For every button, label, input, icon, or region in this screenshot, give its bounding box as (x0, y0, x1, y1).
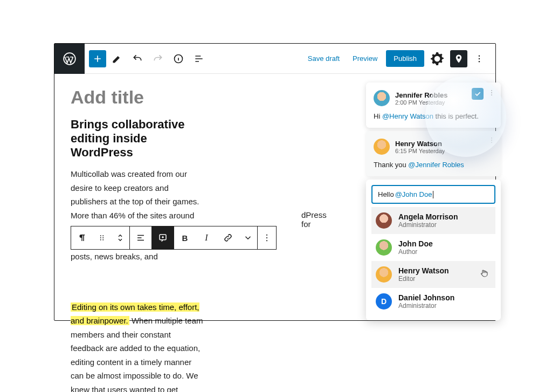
svg-point-8 (100, 237, 101, 238)
settings-icon[interactable] (429, 50, 446, 67)
edit-mode-button[interactable] (107, 49, 127, 68)
svg-point-13 (266, 235, 267, 236)
block-toolbar: B I (71, 226, 277, 250)
editor-topbar: Save draft Preview Publish (54, 44, 495, 74)
undo-button[interactable] (128, 49, 147, 68)
svg-point-21 (491, 142, 492, 143)
comment-body: Thank you @Jennifer Robles (374, 160, 493, 170)
move-up-down-icon[interactable] (111, 226, 129, 249)
mention-option[interactable]: John Doe Author (371, 234, 495, 261)
mention-link[interactable]: @Henry Watson (382, 112, 433, 120)
svg-point-11 (102, 239, 104, 240)
svg-point-2 (458, 56, 460, 59)
comment-thread-root[interactable]: Jennifer Robles 2:00 PM Yesterday Hi @He… (366, 82, 501, 128)
more-rich-text-icon[interactable] (239, 226, 257, 249)
reply-text: Hello (378, 190, 394, 198)
reply-composer: Hello @John Doe Angela Morrison Administ… (366, 180, 501, 320)
drag-handle-icon[interactable] (93, 226, 111, 249)
mention-option[interactable]: Henry Watson Editor (371, 261, 495, 288)
svg-point-6 (100, 235, 101, 236)
paragraph-1-tail: dPress for (301, 210, 327, 229)
mention-role: Author (398, 248, 433, 256)
bold-button[interactable]: B (174, 226, 196, 249)
post-heading[interactable]: Brings collaborative editing inside Word… (71, 118, 204, 160)
svg-point-4 (479, 58, 480, 59)
link-button[interactable] (217, 226, 239, 249)
svg-point-18 (491, 94, 492, 95)
svg-point-10 (100, 239, 101, 240)
svg-point-16 (491, 90, 492, 91)
avatar: D (376, 293, 392, 310)
preview-link[interactable]: Preview (348, 51, 382, 66)
mention-role: Administrator (398, 221, 458, 229)
comment-options-icon[interactable] (488, 89, 495, 99)
comment-reply[interactable]: Henry Watson 6:15 PM Yesterday Thank you… (366, 131, 501, 176)
avatar (376, 239, 392, 256)
add-comment-button[interactable] (152, 226, 174, 249)
svg-point-14 (266, 237, 267, 238)
italic-button[interactable]: I (196, 226, 217, 249)
svg-point-19 (491, 137, 492, 139)
mention-role: Administrator (398, 302, 454, 310)
svg-point-3 (479, 55, 480, 56)
mention-name: Angela Morrison (398, 212, 458, 221)
info-button[interactable] (169, 49, 188, 68)
mention-autocomplete-list: Angela Morrison Administrator John Doe A… (371, 207, 495, 315)
mention-link[interactable]: @Jennifer Robles (408, 161, 464, 169)
cursor-pointer-icon (479, 269, 489, 280)
comments-panel: Jennifer Robles 2:00 PM Yesterday Hi @He… (366, 82, 501, 320)
mention-name: John Doe (398, 239, 433, 248)
paragraph-2[interactable]: Editing on its own takes time, effort, a… (71, 300, 204, 393)
outline-button[interactable] (189, 49, 209, 68)
comment-time: 6:15 PM Yesterday (395, 148, 445, 154)
align-button[interactable] (130, 226, 151, 249)
avatar (376, 212, 392, 229)
reply-input[interactable]: Hello @John Doe (371, 185, 495, 204)
publish-button[interactable]: Publish (386, 50, 424, 67)
editor-window: Save draft Preview Publish Add title Bri… (54, 43, 496, 321)
svg-point-17 (491, 92, 492, 93)
mention-name: Henry Watson (398, 266, 449, 275)
svg-point-15 (266, 240, 267, 241)
save-draft-link[interactable]: Save draft (303, 51, 344, 66)
more-options-icon[interactable] (472, 50, 487, 67)
comment-author: Henry Watson (395, 140, 445, 148)
svg-point-9 (102, 237, 104, 238)
mention-role: Editor (398, 275, 449, 283)
add-block-button[interactable] (89, 50, 106, 67)
text-caret (433, 191, 433, 198)
comment-time: 2:00 PM Yesterday (395, 99, 448, 106)
avatar (374, 90, 390, 106)
block-options-icon[interactable] (258, 226, 276, 249)
title-input-placeholder[interactable]: Add title (71, 87, 204, 108)
paragraph-block-icon[interactable] (71, 226, 93, 249)
wordpress-logo[interactable] (54, 44, 85, 74)
svg-point-7 (102, 235, 104, 236)
mention-name: Daniel Johnson (398, 293, 454, 302)
svg-point-20 (491, 140, 492, 141)
mention-option[interactable]: Angela Morrison Administrator (371, 207, 495, 234)
paragraph-2-tail: When multiple team members and their con… (71, 316, 203, 392)
mention-option[interactable]: D Daniel Johnson Administrator (371, 288, 495, 315)
avatar (374, 139, 390, 155)
svg-point-5 (479, 61, 480, 62)
resolve-comment-button[interactable] (472, 88, 484, 100)
avatar (376, 266, 392, 283)
comment-author: Jennifer Robles (395, 91, 448, 99)
redo-button[interactable] (148, 49, 168, 68)
reply-mention: @John Doe (395, 190, 432, 198)
multicollab-icon[interactable] (450, 50, 467, 67)
comment-body: Hi @Henry Watson this is perfect. (374, 112, 493, 121)
comment-options-icon[interactable] (488, 136, 495, 146)
